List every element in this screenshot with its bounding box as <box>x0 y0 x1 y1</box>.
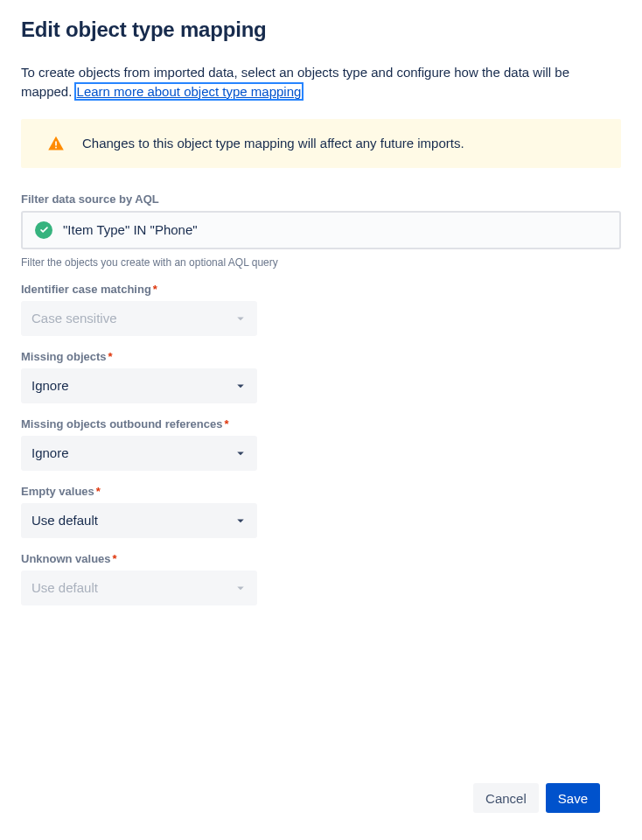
identifier-case-label: Identifier case matching* <box>21 283 621 296</box>
unknown-values-label: Unknown values* <box>21 552 621 565</box>
description-text: To create objects from imported data, se… <box>21 63 621 102</box>
empty-values-select[interactable]: Use default <box>21 503 257 538</box>
chevron-down-icon <box>233 580 248 596</box>
required-star: * <box>113 552 117 565</box>
warning-banner: Changes to this object type mapping will… <box>21 119 621 168</box>
unknown-values-value: Use default <box>31 580 98 595</box>
missing-outbound-select[interactable]: Ignore <box>21 436 257 471</box>
svg-rect-0 <box>55 141 57 145</box>
chevron-down-icon <box>233 378 248 394</box>
empty-values-label: Empty values* <box>21 485 621 498</box>
required-star: * <box>108 350 113 363</box>
chevron-down-icon <box>233 445 248 461</box>
check-icon <box>35 221 52 239</box>
missing-outbound-value: Ignore <box>31 445 69 460</box>
aql-helper: Filter the objects you create with an op… <box>21 256 621 269</box>
warning-text: Changes to this object type mapping will… <box>82 136 464 150</box>
page-title: Edit object type mapping <box>21 18 621 42</box>
required-star: * <box>153 283 157 296</box>
footer-actions: Cancel Save <box>473 783 600 813</box>
aql-label: Filter data source by AQL <box>21 192 621 206</box>
aql-value: "Item Type" IN "Phone" <box>63 222 198 237</box>
identifier-case-select: Case sensitive <box>21 301 257 336</box>
empty-values-value: Use default <box>31 513 98 528</box>
required-star: * <box>224 417 228 430</box>
required-star: * <box>96 485 101 498</box>
warning-icon <box>47 135 65 152</box>
unknown-values-select: Use default <box>21 570 257 606</box>
missing-outbound-label: Missing objects outbound references* <box>21 417 621 430</box>
chevron-down-icon <box>233 311 248 326</box>
chevron-down-icon <box>233 513 248 528</box>
identifier-case-value: Case sensitive <box>31 311 117 326</box>
svg-rect-1 <box>55 146 57 148</box>
missing-objects-value: Ignore <box>31 378 69 393</box>
missing-objects-label: Missing objects* <box>21 350 621 363</box>
aql-input[interactable]: "Item Type" IN "Phone" <box>21 211 621 249</box>
save-button[interactable]: Save <box>546 783 600 813</box>
learn-more-link[interactable]: Learn more about object type mapping <box>76 84 303 99</box>
cancel-button[interactable]: Cancel <box>473 783 539 813</box>
missing-objects-select[interactable]: Ignore <box>21 368 257 403</box>
